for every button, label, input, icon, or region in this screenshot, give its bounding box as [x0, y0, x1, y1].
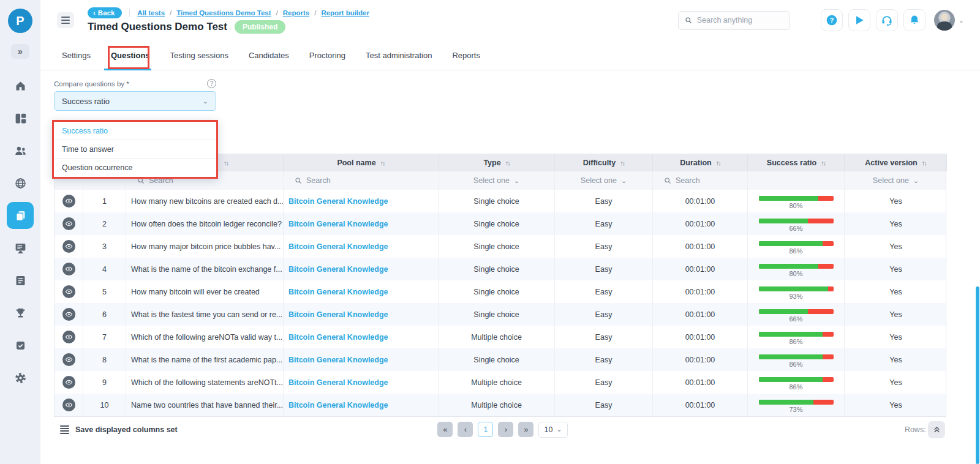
brand-logo-icon[interactable]: P	[8, 9, 32, 33]
pool-name-link[interactable]: Bitcoin General Knowledge	[288, 265, 388, 274]
sidebar-item-home[interactable]	[7, 72, 34, 99]
table-row: 5 How many bitcoin will ever be created …	[55, 280, 946, 303]
sidebar-item-settings[interactable]	[7, 364, 34, 391]
sidebar-item-tests[interactable]	[7, 202, 34, 229]
pool-name-link[interactable]: Bitcoin General Knowledge	[288, 378, 388, 387]
preview-question-button[interactable]	[62, 353, 75, 366]
sidebar-item-globe[interactable]	[7, 170, 34, 196]
sidebar-item-question-list[interactable]	[7, 267, 34, 294]
pool-name-link[interactable]: Bitcoin General Knowledge	[288, 356, 388, 364]
difficulty-filter-select[interactable]: Select one⌄	[555, 171, 653, 190]
preview-question-button[interactable]	[62, 285, 75, 298]
scroll-to-top-button[interactable]	[928, 421, 945, 438]
preview-question-button[interactable]	[62, 376, 75, 389]
header-type[interactable]: Type↑↓	[439, 154, 555, 171]
current-page-button[interactable]: 1	[478, 422, 493, 437]
menu-toggle-button[interactable]	[57, 12, 74, 28]
sidebar-item-sessions[interactable]	[7, 234, 34, 261]
preview-question-button[interactable]	[62, 308, 75, 321]
header-duration[interactable]: Duration↑↓	[653, 154, 748, 171]
breadcrumb-test[interactable]: Timed Questions Demo Test	[176, 9, 271, 17]
session-monitor-icon	[14, 242, 27, 255]
tab-questions[interactable]: Questions	[111, 51, 150, 60]
pool-name-link[interactable]: Bitcoin General Knowledge	[288, 197, 388, 206]
header-difficulty[interactable]: Difficulty↑↓	[555, 154, 653, 171]
vertical-scrollbar-thumb[interactable]	[976, 286, 979, 464]
dropdown-option-question-occurrence[interactable]: Question occurrence	[54, 159, 216, 177]
back-button[interactable]: ‹ Back	[88, 7, 122, 18]
sort-icon[interactable]: ↑↓	[716, 159, 720, 167]
sidebar-item-leaderboard[interactable]	[7, 299, 34, 326]
field-help-icon[interactable]: ?	[207, 79, 216, 88]
duration-filter-input[interactable]: Search	[653, 171, 748, 190]
header-success-ratio[interactable]: Success ratio↑↓	[748, 154, 845, 171]
sidebar-item-tasks[interactable]	[7, 332, 34, 359]
sort-icon[interactable]: ↑↓	[821, 159, 825, 167]
pool-name-link[interactable]: Bitcoin General Knowledge	[288, 242, 388, 251]
table-row: 9 Which of the following statements areN…	[55, 371, 946, 394]
breadcrumb-report-builder[interactable]: Report builder	[321, 9, 369, 17]
save-columns-button[interactable]: Save displayed columns set	[75, 425, 178, 434]
page-size-select[interactable]: 10⌄	[538, 422, 567, 438]
preview-question-button[interactable]	[62, 240, 75, 253]
sidebar-item-users[interactable]	[7, 137, 34, 164]
tab-testing-sessions[interactable]: Testing sessions	[170, 51, 228, 60]
sort-icon[interactable]: ↑↓	[922, 159, 926, 167]
last-page-button[interactable]: »	[518, 422, 533, 437]
pool-name-link[interactable]: Bitcoin General Knowledge	[288, 288, 388, 296]
compare-selected-value: Success ratio	[62, 97, 110, 106]
tab-test-administration[interactable]: Test administration	[366, 51, 432, 60]
row-number: 4	[83, 258, 126, 280]
preview-question-button[interactable]	[62, 263, 75, 275]
preview-question-button[interactable]	[62, 217, 75, 230]
pool-filter-input[interactable]: Search	[284, 171, 439, 190]
dropdown-option-success-ratio[interactable]: Success ratio	[54, 122, 216, 140]
preview-question-button[interactable]	[62, 399, 75, 411]
main-area: ‹ Back All tests / Timed Questions Demo …	[40, 0, 980, 464]
eye-icon	[65, 220, 73, 228]
sort-icon[interactable]: ↑↓	[505, 159, 510, 167]
pool-name-link[interactable]: Bitcoin General Knowledge	[288, 333, 388, 342]
global-search[interactable]	[678, 11, 790, 30]
columns-icon	[60, 424, 69, 435]
back-chevron-icon: ‹	[93, 9, 96, 17]
success-ratio-label: 80%	[789, 270, 802, 277]
tab-settings[interactable]: Settings	[62, 51, 91, 60]
avatar[interactable]	[934, 10, 955, 31]
active-version-filter-select[interactable]: Select one⌄	[845, 171, 947, 190]
pool-name-link[interactable]: Bitcoin General Knowledge	[288, 220, 388, 228]
question-duration: 00:01:00	[653, 371, 748, 394]
first-page-button[interactable]: «	[437, 422, 453, 437]
pool-name-link[interactable]: Bitcoin General Knowledge	[288, 310, 388, 319]
sort-icon[interactable]: ↑↓	[224, 159, 228, 167]
tab-proctoring[interactable]: Proctoring	[309, 51, 345, 60]
sidebar-collapse-button[interactable]: »	[11, 44, 29, 59]
sort-icon[interactable]: ↑↓	[620, 159, 624, 167]
type-filter-select[interactable]: Select one⌄	[439, 171, 555, 190]
compare-questions-select[interactable]: Success ratio ⌄	[54, 91, 216, 111]
breadcrumb-all-tests[interactable]: All tests	[137, 9, 165, 17]
tab-reports[interactable]: Reports	[452, 51, 480, 60]
eye-icon	[65, 378, 73, 386]
breadcrumb-reports[interactable]: Reports	[283, 9, 309, 17]
dropdown-option-time-to-answer[interactable]: Time to answer	[54, 140, 216, 159]
tutorials-button[interactable]	[848, 9, 870, 31]
prev-page-button[interactable]: ‹	[458, 422, 473, 437]
success-ratio-cell: 93%	[748, 280, 845, 303]
help-button[interactable]: ?	[821, 9, 843, 31]
breadcrumb-separator: /	[170, 9, 172, 17]
preview-question-button[interactable]	[62, 331, 75, 343]
sort-icon[interactable]: ↑↓	[380, 159, 385, 167]
preview-question-button[interactable]	[62, 195, 75, 208]
support-button[interactable]	[876, 9, 898, 31]
notifications-button[interactable]	[903, 9, 925, 31]
question-difficulty: Easy	[555, 348, 653, 371]
tab-candidates[interactable]: Candidates	[249, 51, 289, 60]
header-pool-name[interactable]: Pool name↑↓	[284, 154, 439, 171]
header-active-version[interactable]: Active version↑↓	[845, 154, 947, 171]
global-search-input[interactable]	[697, 16, 777, 24]
account-chevron-icon[interactable]: ⌄	[959, 17, 964, 24]
pool-name-link[interactable]: Bitcoin General Knowledge	[288, 401, 388, 410]
next-page-button[interactable]: ›	[498, 422, 513, 437]
sidebar-item-dashboard[interactable]	[7, 105, 34, 132]
